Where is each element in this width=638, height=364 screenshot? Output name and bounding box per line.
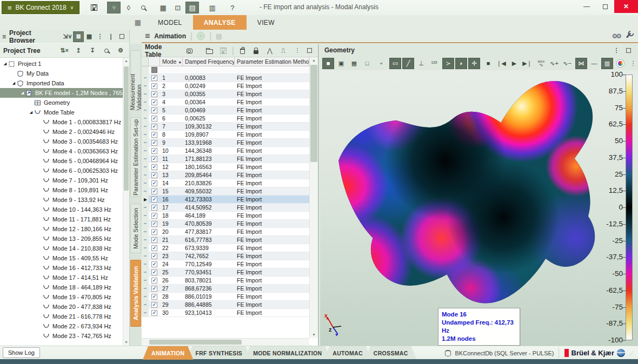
table-row[interactable]: ✓21616,77783FE Import xyxy=(142,236,309,244)
expand-arrow-icon[interactable]: ◢ xyxy=(2,62,8,66)
color-map-button[interactable] xyxy=(614,58,626,69)
table-row[interactable]: ✓7109,30132FE Import xyxy=(142,123,309,131)
more-options-button[interactable]: ⋮ xyxy=(627,58,638,69)
workflow-tab-measurement-validation[interactable]: Measurement Validation xyxy=(130,50,141,111)
animation-camera-button[interactable] xyxy=(184,45,194,56)
notebook-button[interactable]: ▥ xyxy=(205,2,219,14)
row-handle[interactable] xyxy=(142,252,149,260)
tree-item[interactable]: Mode 1 - 0,000833817 Hz xyxy=(0,117,123,127)
row-handle[interactable] xyxy=(142,220,149,227)
mode-checkbox[interactable]: ✓ xyxy=(151,148,157,154)
search-tree-button[interactable] xyxy=(101,45,112,56)
table-row[interactable]: ✓23742,7652FE Import xyxy=(142,252,309,260)
row-handle[interactable] xyxy=(142,293,149,300)
row-checkbox-cell[interactable]: ✓ xyxy=(149,309,160,316)
row-handle[interactable] xyxy=(142,260,149,268)
table-row[interactable]: ✓24770,12549FE Import xyxy=(142,260,309,268)
close-button[interactable]: ✕ xyxy=(614,0,638,13)
display-layout-button[interactable]: ⊡ xyxy=(171,2,184,14)
mode-checkbox[interactable]: ✓ xyxy=(151,294,157,300)
animate-deformation-button[interactable]: ◗ xyxy=(455,58,467,69)
table-row[interactable]: ✓19470,80539FE Import xyxy=(142,220,309,228)
table-row[interactable]: ✓60,00625FE Import xyxy=(142,114,309,123)
row-handle[interactable] xyxy=(142,155,149,163)
row-handle[interactable] xyxy=(142,228,149,235)
workflow-tab-mode-selection[interactable]: Mode Selection xyxy=(130,204,141,253)
collapse-all-button[interactable]: ↥ xyxy=(73,45,84,56)
table-row[interactable]: ✓10,00083FE Import xyxy=(142,74,309,82)
table-row[interactable]: ✓10144,36348FE Import xyxy=(142,147,309,155)
max-amplitude-button[interactable]: MAX∿ xyxy=(535,58,547,69)
table-filter-row[interactable] xyxy=(142,66,309,74)
mode-checkbox[interactable]: ✓ xyxy=(151,253,157,259)
app-menu-button[interactable]: ≡ BK Connect 2018 ∨ xyxy=(2,1,79,14)
row-checkbox-cell[interactable]: ✓ xyxy=(149,260,160,268)
more-dots-icon[interactable]: ⋮ xyxy=(95,31,105,42)
mode-checkbox[interactable]: ✓ xyxy=(151,245,157,251)
tree-item[interactable]: Mode 18 - 464,189 Hz xyxy=(0,282,123,292)
tree-item[interactable]: Mode 17 - 414,51 Hz xyxy=(0,273,123,282)
mode-checkbox[interactable]: ✓ xyxy=(151,180,157,186)
table-row[interactable]: ✓20477,83817FE Import xyxy=(142,228,309,236)
tree-settings-button[interactable]: ⚙ xyxy=(115,45,126,56)
open-button[interactable] xyxy=(205,45,215,56)
tree-item[interactable]: Mode 9 - 133,92 Hz xyxy=(0,195,123,205)
ribbon-tab-analyse[interactable]: ANALYSE xyxy=(193,15,247,30)
tree-item[interactable]: Mode 21 - 616,778 Hz xyxy=(0,312,123,321)
tree-item[interactable]: Mode 16 - 412,733 Hz xyxy=(0,263,123,273)
row-checkbox-cell[interactable]: ✓ xyxy=(149,114,160,122)
tree-item[interactable]: Mode 13 - 209,855 Hz xyxy=(0,234,123,244)
mode-checkbox[interactable]: ✓ xyxy=(151,99,157,105)
row-handle[interactable] xyxy=(142,123,149,130)
save-button[interactable] xyxy=(87,2,101,14)
more-dots-icon[interactable]: ⋮ xyxy=(292,45,303,56)
apps-grid-button[interactable]: ▦ xyxy=(129,15,147,30)
mode-checkbox[interactable]: ✓ xyxy=(151,197,157,203)
table-row[interactable]: ✓26803,78021FE Import xyxy=(142,277,309,285)
mode-checkbox[interactable]: ✓ xyxy=(151,188,157,194)
view-solid-button[interactable]: ■ xyxy=(322,58,334,69)
row-checkbox-cell[interactable]: ✓ xyxy=(149,163,160,171)
show-nodes-button[interactable]: ∘ xyxy=(375,58,387,69)
table-row[interactable]: ✓30,00355FE Import xyxy=(142,90,309,98)
ribbon-tab-model[interactable]: MODEL xyxy=(147,15,193,30)
table-row[interactable]: ✓30923,10413FE Import xyxy=(142,309,309,317)
row-checkbox-cell[interactable]: ✓ xyxy=(149,268,160,276)
row-handle[interactable] xyxy=(142,98,149,106)
row-checkbox-cell[interactable]: ✓ xyxy=(149,285,160,292)
view-hidden-line-button[interactable]: □ xyxy=(361,58,373,69)
row-handle[interactable]: ▶ xyxy=(142,196,149,203)
table-row[interactable]: ✓50,00469FE Import xyxy=(142,106,309,114)
tree-item[interactable]: Mode 22 - 673,934 Hz xyxy=(0,321,123,331)
sort-button[interactable]: ⇅× xyxy=(59,45,70,56)
mode-checkbox[interactable]: ✓ xyxy=(151,302,157,308)
scroll-up-icon[interactable]: ▲ xyxy=(310,57,318,64)
row-handle[interactable] xyxy=(142,301,149,308)
mode-checkbox[interactable]: ✓ xyxy=(151,91,157,97)
expand-arrow-icon[interactable]: ◢ xyxy=(11,81,17,85)
tree-item[interactable]: Mode 6 - 0,00625303 Hz xyxy=(0,166,123,176)
view-shaded-button[interactable]: ▣ xyxy=(335,58,347,69)
tree-item[interactable]: Mode 4 - 0,00363663 Hz xyxy=(0,146,123,156)
tree-item[interactable]: Mode 8 - 109,891 Hz xyxy=(0,185,123,195)
more-dots-icon[interactable]: ⋮ xyxy=(611,45,622,56)
bottom-tab-mode-normalization[interactable]: MODE NORMALIZATION xyxy=(244,346,330,360)
row-checkbox-cell[interactable]: ✓ xyxy=(149,171,160,179)
tree-item[interactable]: Mode 23 - 742,765 Hz xyxy=(0,331,123,341)
tree-item[interactable]: Mode 20 - 477,838 Hz xyxy=(0,302,123,312)
undeformed-line-button[interactable]: — xyxy=(588,58,600,69)
maximize-panel-button[interactable] xyxy=(116,31,127,42)
row-checkbox-cell[interactable]: ✓ xyxy=(149,123,160,130)
row-handle[interactable] xyxy=(142,277,149,284)
restore-button[interactable] xyxy=(596,0,614,13)
row-checkbox-cell[interactable]: ✓ xyxy=(149,212,160,219)
table-vertical-scrollbar[interactable]: ▲ ▼ xyxy=(309,57,318,338)
draw-line-button[interactable]: ╱ xyxy=(402,58,414,69)
table-row[interactable]: ✓40,00364FE Import xyxy=(142,98,309,106)
decrease-amplitude-button[interactable]: ∿− xyxy=(561,58,573,69)
row-checkbox-cell[interactable]: ✓ xyxy=(149,204,160,211)
table-view-button[interactable]: ▦ xyxy=(84,31,95,42)
row-checkbox-cell[interactable]: ✓ xyxy=(149,277,160,284)
tree-item[interactable]: My Data xyxy=(0,69,123,78)
table-row[interactable]: ▶✓16412,73303FE Import xyxy=(142,196,309,204)
